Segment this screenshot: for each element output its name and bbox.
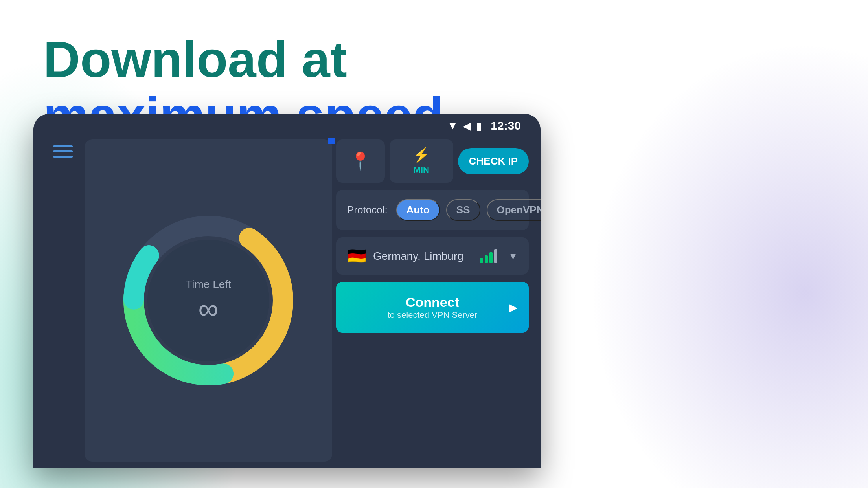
hamburger-line-3 bbox=[53, 156, 73, 158]
donut-center: Time Left ∞ bbox=[186, 278, 231, 323]
left-panel: Time Left ∞ bbox=[85, 139, 332, 462]
top-buttons-row: 📍 ⚡ MIN CHECK IP bbox=[336, 139, 529, 183]
location-button[interactable]: 📍 bbox=[336, 139, 385, 183]
protocol-label: Protocol: bbox=[347, 204, 388, 216]
signal-bar-4 bbox=[494, 249, 497, 263]
server-card[interactable]: 🇩🇪 Germany, Limburg ▼ bbox=[336, 237, 529, 275]
server-name: Germany, Limburg bbox=[373, 250, 474, 262]
protocol-card: Protocol: Auto SS OpenVPN bbox=[336, 190, 529, 230]
protocol-openvpn-button[interactable]: OpenVPN bbox=[487, 199, 541, 221]
time-display: 12:30 bbox=[491, 119, 521, 132]
min-button[interactable]: ⚡ MIN bbox=[390, 139, 453, 183]
lightning-icon: ⚡ bbox=[412, 147, 430, 163]
protocol-auto-button[interactable]: Auto bbox=[396, 199, 440, 221]
connect-title: Connect bbox=[406, 295, 459, 310]
connect-subtitle: to selected VPN Server bbox=[388, 310, 478, 320]
donut-chart-container: Time Left ∞ bbox=[114, 206, 303, 395]
server-flag: 🇩🇪 bbox=[347, 247, 367, 265]
server-dropdown-arrow[interactable]: ▼ bbox=[508, 251, 518, 262]
battery-icon: ▮ bbox=[476, 119, 482, 132]
hamburger-line-2 bbox=[53, 150, 73, 152]
wifi-icon: ▼ bbox=[447, 119, 458, 132]
signal-bars bbox=[480, 249, 497, 263]
connect-arrow-icon: ▶ bbox=[509, 301, 518, 314]
min-label: MIN bbox=[414, 165, 429, 175]
status-bar: ▼ ◀ ▮ 12:30 bbox=[33, 114, 541, 138]
signal-bar-2 bbox=[485, 255, 488, 263]
time-left-label: Time Left bbox=[186, 278, 231, 291]
hamburger-menu[interactable] bbox=[53, 145, 73, 158]
status-icons: ▼ ◀ ▮ 12:30 bbox=[447, 119, 521, 132]
check-ip-button[interactable]: CHECK IP bbox=[458, 148, 529, 174]
background-gradient-right bbox=[554, 0, 868, 488]
right-panel: 📍 ⚡ MIN CHECK IP Protocol: Auto SS OpenV… bbox=[336, 139, 529, 462]
check-ip-label: CHECK IP bbox=[469, 155, 518, 167]
signal-bar-1 bbox=[480, 258, 483, 263]
protocol-ss-button[interactable]: SS bbox=[446, 199, 480, 221]
signal-bar-3 bbox=[489, 252, 493, 263]
connect-button[interactable]: Connect to selected VPN Server ▶ bbox=[336, 282, 529, 333]
location-pin-icon: 📍 bbox=[349, 151, 371, 171]
signal-icon: ◀ bbox=[463, 119, 471, 132]
headline-line1: Download at bbox=[43, 31, 444, 88]
infinity-symbol: ∞ bbox=[186, 295, 231, 323]
hamburger-line-1 bbox=[53, 145, 73, 147]
device-mockup: ▼ ◀ ▮ 12:30 bbox=[33, 114, 541, 468]
